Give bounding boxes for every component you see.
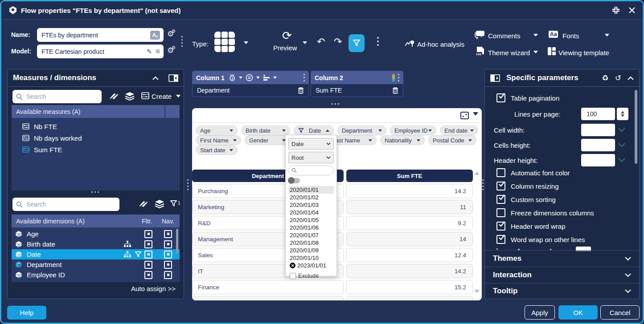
sort-icon[interactable] (263, 75, 270, 81)
lines-per-page-stepper[interactable] (617, 108, 628, 120)
sort-dropdown-icon[interactable] (273, 77, 277, 79)
preview-refresh-icon[interactable]: ⟳ (282, 29, 292, 43)
name-localization-gears-icon[interactable]: ⚙⚙ (167, 29, 178, 39)
column-resizing-checkbox[interactable] (496, 182, 505, 190)
right-splitter-handle[interactable] (482, 179, 484, 190)
section-tooltip[interactable]: Tooltip (485, 283, 639, 299)
fonts-dropdown-icon[interactable] (605, 34, 609, 36)
nav-checkbox[interactable] (164, 271, 172, 279)
nav-checkbox[interactable] (164, 261, 172, 269)
name-input[interactable] (37, 28, 150, 42)
filter-toggle-button[interactable] (349, 34, 365, 52)
model-input[interactable] (37, 45, 147, 58)
remove-date-icon[interactable]: ✕ (290, 263, 295, 268)
hierarchy-level-select[interactable]: Date (288, 138, 334, 150)
nav-checkbox[interactable] (164, 240, 172, 248)
filter-chip-postal-code[interactable]: Postal Code (428, 135, 476, 145)
viewing-template-button[interactable]: Viewing template (558, 49, 609, 57)
fltr-checkbox[interactable] (144, 271, 152, 279)
edit-model-icon[interactable]: ✎ (147, 48, 152, 56)
translate-icon[interactable]: Ax (150, 31, 160, 40)
header-word-wrap-row[interactable]: Header word wrap (496, 222, 566, 231)
measures-search-input[interactable] (25, 93, 98, 101)
filter-chip-birth-date[interactable]: Birth date (241, 126, 290, 135)
columns-splitter-handle[interactable] (332, 103, 339, 105)
color-scale-icon[interactable] (392, 74, 395, 81)
remove-column2-icon[interactable] (392, 87, 398, 94)
model-menu-icon[interactable]: ≡ (156, 47, 160, 56)
header-word-wrap-checkbox[interactable] (496, 222, 505, 231)
filter-chip-gender[interactable]: Gender (245, 135, 290, 145)
theme-wizard-dropdown-icon[interactable] (533, 51, 538, 53)
adhoc-analysis-button[interactable]: Ad-hoc analysis (417, 40, 464, 48)
fltr-checkbox[interactable] (144, 261, 152, 269)
cell-width-unit-dropdown-icon[interactable] (618, 127, 626, 132)
active-filters-icon[interactable]: 1 (170, 200, 180, 209)
undo-icon[interactable]: ↶ (317, 36, 325, 48)
help-button[interactable]: Help (7, 306, 46, 320)
date-option[interactable]: 2020/01/03 (288, 201, 334, 209)
date-option[interactable]: 2020/01/04 (288, 209, 334, 216)
cells-height-unit-dropdown-icon[interactable] (618, 142, 626, 147)
remove-column1-icon[interactable] (298, 87, 304, 94)
select-all-toggle[interactable] (288, 178, 300, 183)
collapse-panel-icon[interactable] (168, 74, 178, 82)
hide-dimensions-icon[interactable] (138, 200, 149, 208)
ok-button[interactable]: OK (558, 305, 598, 320)
column1-menu-icon[interactable] (304, 74, 305, 81)
section-themes[interactable]: Themes (485, 250, 639, 267)
restore-window-icon[interactable] (611, 6, 620, 15)
table-pagination-row[interactable]: Table pagination (496, 93, 559, 102)
exclude-option[interactable]: Exclude (288, 272, 334, 279)
cell-width-input[interactable] (581, 124, 615, 136)
date-option-removed[interactable]: ✕2023/01/01 (288, 262, 334, 269)
dimension-row-birth-date[interactable]: Birth date (12, 239, 180, 249)
date-option[interactable]: 2020/01/05 (288, 216, 334, 224)
measures-splitter-handle[interactable] (91, 191, 99, 193)
nav-checkbox[interactable] (164, 230, 172, 238)
layers-icon[interactable] (155, 199, 164, 208)
header-height-input[interactable] (581, 154, 615, 166)
root-select[interactable]: Root (288, 152, 334, 163)
model-settings-gears-icon[interactable]: ⚙⚙ (167, 46, 178, 55)
fltr-checkbox[interactable] (144, 240, 152, 248)
date-option[interactable]: 2020/01/02 (288, 194, 334, 201)
parameters-scrollbar[interactable] (635, 90, 637, 164)
ranking-icon[interactable]: 3 (229, 74, 236, 81)
column2-field[interactable]: Sum FTE (311, 84, 403, 97)
collapse-chevron-icon[interactable] (628, 76, 634, 80)
automatic-font-color-row[interactable]: Automatic font color (496, 168, 570, 177)
date-option[interactable]: 2020/01/09 (288, 247, 334, 254)
left-splitter-handle[interactable] (187, 179, 189, 190)
preview-options-dropdown-icon[interactable] (473, 112, 478, 116)
nav-checkbox[interactable] (164, 251, 172, 259)
apply-button[interactable]: Apply (525, 305, 555, 320)
fltr-checkbox[interactable] (144, 230, 152, 238)
popup-search-input[interactable] (288, 166, 334, 175)
filter-chip-nationality[interactable]: Nationality (380, 135, 425, 145)
word-wrap-other-lines-row[interactable]: Word wrap on other lines (496, 235, 585, 244)
date-option[interactable]: 2020/01/10 (288, 254, 334, 262)
dimension-row-employee-id[interactable]: Employee ID (12, 270, 180, 280)
column1-field[interactable]: Department (193, 84, 308, 97)
filter-chip-department[interactable]: Department (337, 126, 386, 135)
more-tools-menu-icon[interactable] (377, 37, 379, 46)
comments-button[interactable]: Comments (488, 32, 521, 40)
reset-parameters-icon[interactable]: ♻ (602, 73, 609, 83)
maximize-preview-icon[interactable] (460, 112, 469, 119)
date-option[interactable]: 2020/01/01 (288, 186, 334, 194)
column-resizing-row[interactable]: Column resizing (496, 182, 559, 190)
dimension-row-date-selected[interactable]: Date (12, 249, 180, 259)
layers-icon[interactable] (125, 92, 135, 101)
table-scroll-up-icon[interactable] (474, 171, 480, 175)
section-interaction[interactable]: Interaction (485, 267, 639, 283)
filter-chip-first-name[interactable]: First Name (196, 135, 241, 145)
date-option[interactable]: 2020/01/07 (288, 231, 334, 239)
table-pagination-checkbox[interactable] (496, 93, 505, 102)
filter-chip-end-date[interactable]: End date (440, 126, 478, 135)
measure-item[interactable]: Nb FTE (12, 121, 180, 132)
filter-chip-start-date[interactable]: Start date (196, 145, 238, 155)
chart-type-table-icon[interactable] (214, 32, 235, 52)
measure-item[interactable]: Nb days worked (12, 132, 180, 144)
table-scroll-down-icon[interactable] (474, 290, 480, 293)
